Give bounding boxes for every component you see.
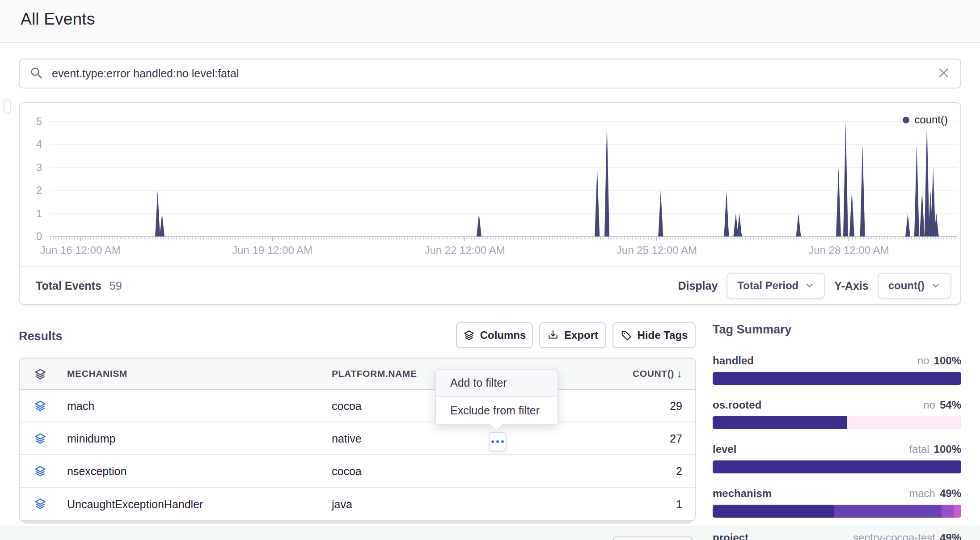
table-row[interactable]: nsexceptioncocoa2 xyxy=(20,455,695,488)
cell-platform[interactable]: cocoa xyxy=(332,399,362,412)
tag-distribution-bar[interactable] xyxy=(713,372,961,385)
search-icon xyxy=(30,66,43,81)
tag-distribution-bar[interactable] xyxy=(713,416,961,429)
cell-filter-menu: Add to filter Exclude from filter xyxy=(435,369,558,425)
table-row[interactable]: machcocoa29 xyxy=(20,390,695,422)
column-header-mechanism[interactable]: MECHANISM xyxy=(67,368,127,379)
total-events-label: Total Events xyxy=(36,279,101,292)
tag-summary-row: levelfatal100% xyxy=(713,443,961,473)
cell-count[interactable]: 2 xyxy=(676,464,682,477)
tag-bar-segment[interactable] xyxy=(942,505,954,518)
chevron-down-icon xyxy=(805,281,815,291)
table-bottom-shadow xyxy=(23,521,691,524)
tag-summary-panel: Tag Summary handledno100%os.rootedno54%l… xyxy=(713,323,961,540)
column-header-platform[interactable]: PLATFORM.NAME xyxy=(332,368,417,379)
page-title: All Events xyxy=(21,10,95,29)
events-chart-panel: 012345Jun 16 12:00 AMJun 19 12:00 AMJun … xyxy=(19,102,961,305)
results-heading: Results xyxy=(19,329,63,343)
tag-name: mechanism xyxy=(713,487,772,500)
tag-bar-segment[interactable] xyxy=(713,416,847,429)
column-header-count[interactable]: COUNT() ↓ xyxy=(633,368,682,380)
tag-top-percent: 49% xyxy=(940,487,961,500)
ellipsis-dot-icon xyxy=(491,440,494,443)
display-label: Display xyxy=(678,279,718,292)
tag-summary-row: os.rootedno54% xyxy=(713,399,961,429)
cell-count[interactable]: 1 xyxy=(676,498,682,510)
export-button[interactable]: Export xyxy=(539,322,606,348)
cell-count[interactable]: 29 xyxy=(670,399,682,412)
tag-name: level xyxy=(713,443,736,456)
legend-label: count() xyxy=(914,114,948,126)
display-dropdown[interactable]: Total Period xyxy=(727,273,825,299)
cell-platform[interactable]: cocoa xyxy=(332,464,362,477)
cell-mechanism[interactable]: mach xyxy=(67,399,94,412)
table-body: machcocoa29minidumpnative27nsexceptionco… xyxy=(20,390,695,520)
export-button-label: Export xyxy=(564,329,598,342)
chevron-down-icon xyxy=(931,281,941,291)
all-events-page: All Events 012345Jun 16 12:00 AMJun 19 1… xyxy=(0,0,980,540)
cell-mechanism[interactable]: UncaughtExceptionHandler xyxy=(67,498,203,510)
total-events-value: 59 xyxy=(110,279,122,292)
yaxis-label: Y-Axis xyxy=(834,279,868,292)
svg-text:Jun 16 12:00 AM: Jun 16 12:00 AM xyxy=(40,244,121,256)
columns-button-label: Columns xyxy=(480,329,526,342)
cell-mechanism[interactable]: nsexception xyxy=(67,464,127,477)
tag-icon xyxy=(621,329,632,341)
ellipsis-dot-icon xyxy=(501,440,504,443)
hide-tags-button[interactable]: Hide Tags xyxy=(612,322,696,348)
tag-bar-segment[interactable] xyxy=(954,505,961,518)
display-dropdown-value: Total Period xyxy=(737,279,798,292)
tag-bar-segment[interactable] xyxy=(834,505,941,518)
tag-distribution-bar[interactable] xyxy=(713,460,961,473)
events-spike-chart: 012345Jun 16 12:00 AMJun 19 12:00 AMJun … xyxy=(20,103,960,267)
layers-icon xyxy=(34,432,46,445)
tag-rows: handledno100%os.rootedno54%levelfatal100… xyxy=(713,354,961,540)
tag-distribution-bar[interactable] xyxy=(713,505,961,518)
menu-item-add-to-filter[interactable]: Add to filter xyxy=(436,370,558,397)
table-header-row: MECHANISM PLATFORM.NAME COUNT() ↓ xyxy=(20,359,695,390)
pagination-button-partial[interactable] xyxy=(613,536,693,540)
tag-name: os.rooted xyxy=(713,399,761,411)
cell-mechanism[interactable]: minidump xyxy=(67,432,115,445)
columns-button[interactable]: Columns xyxy=(456,322,533,348)
tag-summary-heading: Tag Summary xyxy=(713,323,961,337)
svg-text:2: 2 xyxy=(36,184,42,196)
search-input[interactable] xyxy=(52,67,937,80)
yaxis-dropdown-value: count() xyxy=(888,279,925,292)
table-row[interactable]: minidumpnative27 xyxy=(20,422,695,455)
cell-platform[interactable]: java xyxy=(332,498,352,510)
search-bar[interactable] xyxy=(19,59,961,89)
tag-bar-segment[interactable] xyxy=(713,460,961,473)
tag-bar-remainder xyxy=(847,416,961,429)
cell-platform[interactable]: native xyxy=(332,432,362,445)
tag-top-value: no xyxy=(923,399,935,411)
svg-text:Jun 25 12:00 AM: Jun 25 12:00 AM xyxy=(617,244,697,256)
count-header-label: COUNT() xyxy=(633,368,674,379)
table-row[interactable]: UncaughtExceptionHandlerjava1 xyxy=(20,488,695,520)
svg-text:0: 0 xyxy=(36,230,42,242)
tag-top-percent: 54% xyxy=(940,399,961,411)
tag-bar-segment[interactable] xyxy=(713,372,961,385)
yaxis-dropdown[interactable]: count() xyxy=(878,273,951,299)
tag-summary-row: mechanismmach49% xyxy=(713,487,961,518)
stack-icon xyxy=(34,368,46,382)
tag-name: project xyxy=(713,532,748,540)
svg-text:5: 5 xyxy=(36,115,42,127)
layers-icon xyxy=(34,498,46,510)
ellipsis-dot-icon xyxy=(496,440,499,443)
svg-text:3: 3 xyxy=(36,161,42,173)
svg-text:1: 1 xyxy=(36,207,42,219)
row-actions-button[interactable] xyxy=(489,432,507,451)
layers-icon xyxy=(34,465,46,477)
download-icon xyxy=(547,329,559,341)
tag-name: handled xyxy=(713,354,754,367)
svg-text:Jun 19 12:00 AM: Jun 19 12:00 AM xyxy=(232,244,313,256)
tag-summary-row: handledno100% xyxy=(713,354,961,385)
svg-text:Jun 28 12:00 AM: Jun 28 12:00 AM xyxy=(808,244,889,256)
cell-count[interactable]: 27 xyxy=(670,432,682,445)
tag-bar-segment[interactable] xyxy=(713,505,834,518)
sidebar-drag-handle[interactable] xyxy=(4,99,11,114)
chart-legend[interactable]: count() xyxy=(903,114,948,126)
clear-search-icon[interactable] xyxy=(937,66,950,81)
svg-text:4: 4 xyxy=(36,138,42,150)
